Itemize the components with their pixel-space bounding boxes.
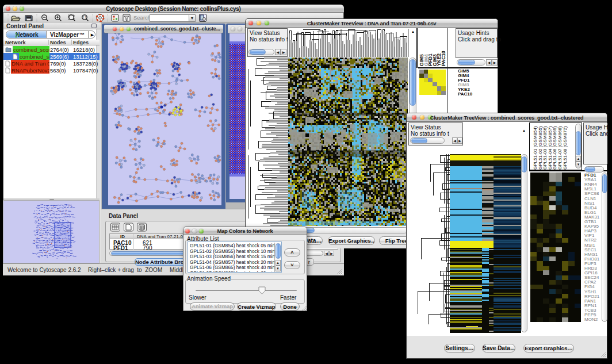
svg-text:PAC10: PAC10: [441, 51, 446, 66]
svg-text:1:1: 1:1: [83, 16, 87, 19]
svg-text:GPL51-08 (GSM872): GPL51-08 (GSM872): [563, 126, 568, 170]
